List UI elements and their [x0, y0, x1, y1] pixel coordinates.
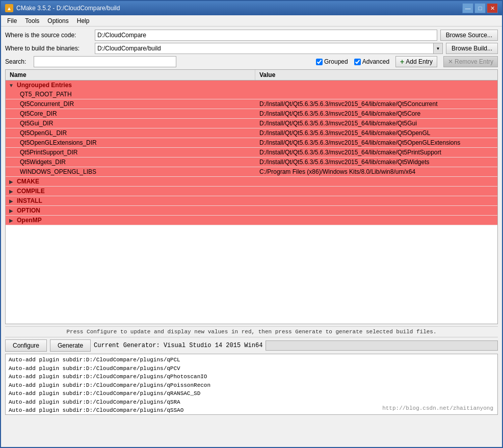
build-dropdown-arrow[interactable]: ▼ — [433, 43, 442, 54]
browse-source-button[interactable]: Browse Source... — [440, 30, 498, 41]
table-row[interactable]: Qt5PrintSupport_DIR D:/Install/Qt/Qt5.6.… — [6, 148, 497, 157]
group-openmp-label: OpenMP — [17, 217, 42, 224]
x-icon: ✕ — [448, 58, 453, 65]
source-row: Where is the source code: Browse Source.… — [5, 30, 498, 41]
build-label: Where to build the binaries: — [5, 45, 92, 52]
table-row[interactable]: Qt5Widgets_DIR D:/Install/Qt/Qt5.6.3/5.6… — [6, 157, 497, 167]
browse-build-button[interactable]: Browse Build... — [446, 43, 498, 54]
group-ungrouped-label: Ungrouped Entries — [17, 82, 72, 89]
row-value — [255, 93, 497, 95]
close-button[interactable]: ✕ — [487, 3, 498, 13]
title-bar: ▲ CMake 3.5.2 - D:/CloudCompare/build — … — [1, 1, 502, 15]
search-row: Search: Grouped Advanced + Add Entry ✕ R… — [5, 56, 498, 67]
row-name: WINDOWS_OPENGL_LIBS — [6, 167, 255, 176]
table-row[interactable]: QT5_ROOT_PATH — [6, 90, 497, 99]
group-cmake-label: CMAKE — [17, 178, 39, 185]
value-column-header: Value — [255, 70, 497, 80]
log-line: Configuring done — [9, 415, 494, 415]
status-message: Press Configure to update and display ne… — [66, 329, 436, 335]
button-row: Configure Generate Current Generator: Vi… — [5, 337, 498, 354]
grouped-checkbox-item: Grouped — [316, 58, 348, 65]
window-controls: — □ ✕ — [462, 3, 498, 13]
app-icon: ▲ — [5, 4, 13, 12]
log-line: Auto-add plugin subdir:D:/CloudCompare/p… — [9, 356, 494, 364]
table-row[interactable]: Qt5OpenGLExtensions_DIR D:/Install/Qt/Qt… — [6, 138, 497, 148]
checkbox-group: Grouped Advanced + Add Entry ✕ Remove En… — [179, 56, 498, 67]
group-openmp[interactable]: ▶ OpenMP — [6, 216, 497, 225]
row-value: D:/Install/Qt/Qt5.6.3/5.6.3/msvc2015_64/… — [255, 138, 497, 147]
menu-tools[interactable]: Tools — [21, 16, 43, 25]
maximize-button[interactable]: □ — [474, 3, 486, 13]
expand-icon-compile: ▶ — [8, 188, 15, 195]
menu-options[interactable]: Options — [43, 16, 72, 25]
advanced-checkbox[interactable] — [354, 59, 361, 65]
row-value: D:/Install/Qt/Qt5.6.3/5.6.3/msvc2015_64/… — [255, 119, 497, 128]
group-compile-label: COMPILE — [17, 188, 45, 195]
name-column-header: Name — [6, 70, 255, 80]
menu-bar: File Tools Options Help — [1, 15, 502, 27]
row-value: D:/Install/Qt/Qt5.6.3/5.6.3/msvc2015_64/… — [255, 109, 497, 118]
add-entry-label: Add Entry — [406, 58, 433, 65]
row-value: D:/Install/Qt/Qt5.6.3/5.6.3/msvc2015_64/… — [255, 99, 497, 109]
row-name: Qt5OpenGLExtensions_DIR — [6, 138, 255, 147]
group-option[interactable]: ▶ OPTION — [6, 206, 497, 216]
log-area[interactable]: Auto-add plugin subdir:D:/CloudCompare/p… — [5, 354, 498, 415]
generator-label: Current Generator: Visual Studio 14 2015… — [94, 342, 262, 349]
row-name: Qt5PrintSupport_DIR — [6, 148, 255, 157]
table-row[interactable]: Qt5OpenGL_DIR D:/Install/Qt/Qt5.6.3/5.6.… — [6, 128, 497, 138]
log-line: Auto-add plugin subdir:D:/CloudCompare/p… — [9, 389, 494, 398]
expand-icon-cmake: ▶ — [8, 178, 15, 185]
row-name: Qt5Concurrent_DIR — [6, 99, 255, 109]
add-entry-button[interactable]: + Add Entry — [395, 56, 437, 67]
row-value: D:/Install/Qt/Qt5.6.3/5.6.3/msvc2015_64/… — [255, 148, 497, 157]
table-body: ▼ Ungrouped Entries QT5_ROOT_PATH Qt5Con… — [6, 81, 497, 225]
group-compile[interactable]: ▶ COMPILE — [6, 187, 497, 196]
build-row: Where to build the binaries: ▼ Browse Bu… — [5, 43, 498, 54]
log-line: Auto-add plugin subdir:D:/CloudCompare/p… — [9, 364, 494, 373]
table-row[interactable]: Qt5Core_DIR D:/Install/Qt/Qt5.6.3/5.6.3/… — [6, 109, 497, 119]
configure-button[interactable]: Configure — [5, 339, 47, 352]
table-row[interactable]: Qt5Concurrent_DIR D:/Install/Qt/Qt5.6.3/… — [6, 99, 497, 109]
progress-bar — [266, 340, 498, 351]
grouped-checkbox[interactable] — [316, 59, 323, 65]
expand-icon-option: ▶ — [8, 207, 15, 214]
log-line: Auto-add plugin subdir:D:/CloudCompare/p… — [9, 381, 494, 390]
generate-button[interactable]: Generate — [50, 339, 91, 352]
watermark: http://blog.csdn.net/zhaitianyong — [382, 404, 493, 413]
status-bar: Press Configure to update and display ne… — [5, 326, 498, 337]
remove-entry-button[interactable]: ✕ Remove Entry — [443, 56, 498, 67]
remove-entry-label: Remove Entry — [455, 58, 493, 65]
expand-icon-ungrouped: ▼ — [8, 82, 15, 89]
table-row[interactable]: WINDOWS_OPENGL_LIBS C:/Program Files (x8… — [6, 167, 497, 177]
advanced-checkbox-item: Advanced — [354, 58, 389, 65]
search-input[interactable] — [34, 56, 176, 67]
menu-help[interactable]: Help — [73, 16, 94, 25]
group-option-label: OPTION — [17, 207, 40, 214]
row-value: D:/Install/Qt/Qt5.6.3/5.6.3/msvc2015_64/… — [255, 157, 497, 167]
menu-file[interactable]: File — [3, 16, 21, 25]
source-input[interactable] — [95, 30, 437, 41]
row-name: Qt5Core_DIR — [6, 109, 255, 118]
group-cmake[interactable]: ▶ CMAKE — [6, 177, 497, 187]
table-header: Name Value — [6, 70, 497, 81]
minimize-button[interactable]: — — [462, 3, 473, 13]
log-line: Auto-add plugin subdir:D:/CloudCompare/p… — [9, 373, 494, 381]
row-name: Qt5Widgets_DIR — [6, 157, 255, 167]
row-name: Qt5Gui_DIR — [6, 119, 255, 128]
row-value: D:/Install/Qt/Qt5.6.3/5.6.3/msvc2015_64/… — [255, 128, 497, 138]
plus-icon: + — [400, 58, 404, 66]
cmake-table: Name Value ▼ Ungrouped Entries QT5_ROOT_… — [5, 69, 498, 324]
expand-icon-install: ▶ — [8, 197, 15, 204]
row-name: Qt5OpenGL_DIR — [6, 128, 255, 138]
source-label: Where is the source code: — [5, 32, 92, 39]
row-value: C:/Program Files (x86)/Windows Kits/8.0/… — [255, 167, 497, 176]
build-input-container: ▼ — [95, 43, 443, 54]
group-ungrouped[interactable]: ▼ Ungrouped Entries — [6, 81, 497, 90]
group-install-label: INSTALL — [17, 197, 42, 204]
build-input[interactable] — [95, 43, 433, 54]
table-row[interactable]: Qt5Gui_DIR D:/Install/Qt/Qt5.6.3/5.6.3/m… — [6, 119, 497, 128]
expand-icon-openmp: ▶ — [8, 217, 15, 224]
row-name: QT5_ROOT_PATH — [6, 90, 255, 99]
group-install[interactable]: ▶ INSTALL — [6, 196, 497, 206]
advanced-label: Advanced — [362, 58, 389, 65]
